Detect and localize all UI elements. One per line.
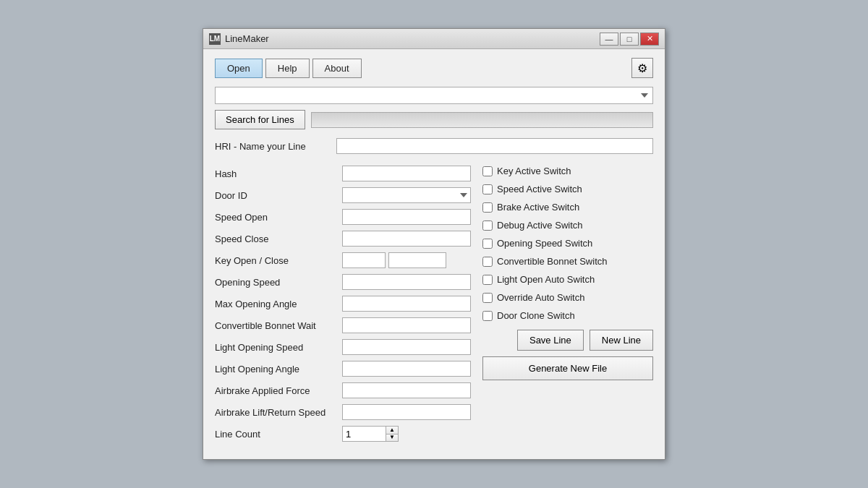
hash-row: Hash <box>215 166 471 181</box>
convertible-bonnet-switch-label: Convertible Bonnet Switch <box>497 256 607 267</box>
title-bar: LM LineMaker — □ ✕ <box>203 29 665 49</box>
debug-active-switch-checkbox[interactable] <box>482 221 493 231</box>
override-auto-switch-row: Override Auto Switch <box>482 292 653 303</box>
close-button[interactable]: ✕ <box>640 33 659 46</box>
title-bar-left: LM LineMaker <box>209 33 269 45</box>
speed-open-label: Speed Open <box>215 212 338 223</box>
hash-input[interactable] <box>342 166 471 181</box>
help-button[interactable]: Help <box>265 59 310 78</box>
convertible-bonnet-wait-row: Convertible Bonnet Wait <box>215 317 471 333</box>
airbrake-applied-force-label: Airbrake Applied Force <box>215 385 338 396</box>
airbrake-lift-return-input[interactable] <box>342 404 471 420</box>
airbrake-lift-return-row: Airbrake Lift/Return Speed <box>215 404 471 420</box>
door-id-label: Door ID <box>215 190 338 201</box>
maximize-button[interactable]: □ <box>620 33 639 46</box>
override-auto-switch-checkbox[interactable] <box>482 293 493 303</box>
door-id-row: Door ID <box>215 187 471 203</box>
spin-up-button[interactable]: ▲ <box>386 427 398 435</box>
line-count-input[interactable] <box>342 426 386 442</box>
key-active-switch-checkbox[interactable] <box>482 166 493 176</box>
convertible-bonnet-switch-checkbox[interactable] <box>482 257 493 267</box>
max-opening-angle-row: Max Opening Angle <box>215 296 471 312</box>
gear-icon: ⚙ <box>637 61 647 75</box>
key-open-input[interactable] <box>342 252 386 268</box>
settings-button[interactable]: ⚙ <box>631 58 653 78</box>
light-open-auto-switch-row: Light Open Auto Switch <box>482 274 653 285</box>
brake-active-switch-checkbox[interactable] <box>482 202 493 213</box>
fields-area: Hash Door ID Speed Open Speed Close <box>215 166 653 448</box>
key-inputs <box>342 252 471 268</box>
door-id-select[interactable] <box>342 187 471 203</box>
save-line-button[interactable]: Save Line <box>517 330 584 351</box>
speed-open-input[interactable] <box>342 209 471 225</box>
override-auto-switch-label: Override Auto Switch <box>497 292 584 303</box>
action-buttons-row: Save Line New Line <box>482 330 653 351</box>
door-clone-switch-checkbox[interactable] <box>482 311 493 321</box>
max-opening-angle-label: Max Opening Angle <box>215 299 338 309</box>
main-dropdown[interactable] <box>215 87 653 104</box>
key-active-switch-label: Key Active Switch <box>497 166 571 176</box>
brake-active-switch-row: Brake Active Switch <box>482 202 653 213</box>
fields-left: Hash Door ID Speed Open Speed Close <box>215 166 471 448</box>
window-title: LineMaker <box>225 33 269 44</box>
spin-down-button[interactable]: ▼ <box>386 435 398 442</box>
light-open-auto-switch-label: Light Open Auto Switch <box>497 274 595 285</box>
search-button[interactable]: Search for Lines <box>215 110 305 129</box>
brake-active-switch-label: Brake Active Switch <box>497 202 579 213</box>
open-button[interactable]: Open <box>215 59 263 78</box>
speed-active-switch-label: Speed Active Switch <box>497 184 582 194</box>
fields-right: Key Active Switch Speed Active Switch Br… <box>482 166 653 448</box>
toolbar: Open Help About ⚙ <box>215 58 653 78</box>
new-line-button[interactable]: New Line <box>590 330 653 351</box>
key-open-close-row: Key Open / Close <box>215 252 471 268</box>
hash-label: Hash <box>215 168 338 179</box>
line-count-row: Line Count ▲ ▼ <box>215 426 471 442</box>
speed-open-row: Speed Open <box>215 209 471 225</box>
airbrake-applied-force-row: Airbrake Applied Force <box>215 382 471 398</box>
debug-active-switch-label: Debug Active Switch <box>497 220 583 231</box>
line-count-spinbox: ▲ ▼ <box>342 426 471 442</box>
content-area: Open Help About ⚙ Search for Lines HRI -… <box>203 49 665 459</box>
hri-row: HRI - Name your Line <box>215 138 653 154</box>
debug-active-switch-row: Debug Active Switch <box>482 220 653 231</box>
speed-close-label: Speed Close <box>215 234 338 244</box>
opening-speed-switch-row: Opening Speed Switch <box>482 238 653 249</box>
hri-label: HRI - Name your Line <box>215 141 331 152</box>
light-opening-speed-input[interactable] <box>342 339 471 355</box>
title-buttons: — □ ✕ <box>600 33 659 46</box>
airbrake-lift-return-label: Airbrake Lift/Return Speed <box>215 407 338 418</box>
generate-new-file-button[interactable]: Generate New File <box>482 356 653 380</box>
convertible-bonnet-wait-input[interactable] <box>342 317 471 333</box>
light-opening-speed-label: Light Opening Speed <box>215 342 338 353</box>
key-close-input[interactable] <box>388 252 446 268</box>
light-opening-angle-label: Light Opening Angle <box>215 364 338 374</box>
spinbox-buttons: ▲ ▼ <box>386 426 399 442</box>
light-opening-angle-row: Light Opening Angle <box>215 361 471 377</box>
speed-active-switch-checkbox[interactable] <box>482 184 493 194</box>
door-clone-switch-label: Door Clone Switch <box>497 310 575 321</box>
convertible-bonnet-wait-label: Convertible Bonnet Wait <box>215 320 338 331</box>
key-open-close-label: Key Open / Close <box>215 255 338 266</box>
opening-speed-switch-checkbox[interactable] <box>482 239 493 249</box>
minimize-button[interactable]: — <box>600 33 618 46</box>
light-opening-speed-row: Light Opening Speed <box>215 339 471 355</box>
light-open-auto-switch-checkbox[interactable] <box>482 275 493 285</box>
speed-close-row: Speed Close <box>215 231 471 247</box>
search-row: Search for Lines <box>215 110 653 129</box>
max-opening-angle-input[interactable] <box>342 296 471 312</box>
speed-close-input[interactable] <box>342 231 471 247</box>
light-opening-angle-input[interactable] <box>342 361 471 377</box>
airbrake-applied-force-input[interactable] <box>342 382 471 398</box>
door-clone-switch-row: Door Clone Switch <box>482 310 653 321</box>
speed-active-switch-row: Speed Active Switch <box>482 184 653 194</box>
opening-speed-input[interactable] <box>342 274 471 290</box>
opening-speed-label: Opening Speed <box>215 277 338 288</box>
hri-input[interactable] <box>336 138 653 154</box>
line-count-label: Line Count <box>215 429 338 440</box>
app-icon: LM <box>209 33 221 45</box>
about-button[interactable]: About <box>312 59 362 78</box>
search-progress-bar <box>311 112 653 128</box>
key-active-switch-row: Key Active Switch <box>482 166 653 176</box>
opening-speed-switch-label: Opening Speed Switch <box>497 238 592 249</box>
main-window: LM LineMaker — □ ✕ Open Help About ⚙ <box>203 28 665 460</box>
